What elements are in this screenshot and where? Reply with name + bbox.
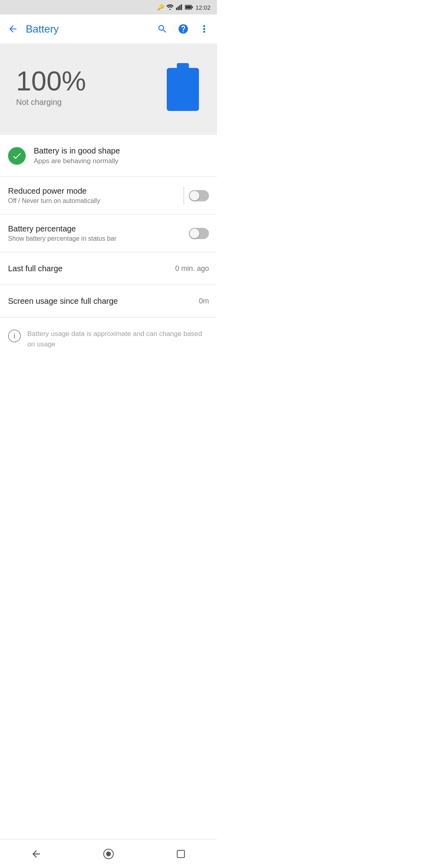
battery-percentage-toggle-container [189, 228, 209, 239]
toggle-knob-2 [190, 229, 199, 238]
settings-section: Reduced power mode Off / Never turn on a… [0, 177, 217, 252]
svg-rect-3 [181, 4, 182, 10]
battery-percentage-toggle[interactable] [189, 228, 209, 239]
status-time: 12:02 [195, 4, 211, 11]
svg-point-7 [203, 25, 205, 27]
info-section: Last full charge 0 min. ago Screen usage… [0, 252, 217, 317]
reduced-power-mode-subtitle: Off / Never turn on automatically [8, 197, 100, 205]
svg-rect-5 [186, 6, 191, 9]
screen-usage-value: 0m [199, 297, 209, 305]
svg-rect-0 [176, 8, 177, 10]
bottom-spacer [0, 360, 217, 393]
status-icons: 🔑 12:02 [157, 4, 211, 11]
more-options-button[interactable] [196, 21, 212, 37]
reduced-power-mode-title: Reduced power mode [8, 186, 100, 196]
battery-status-icon [185, 4, 193, 10]
help-button[interactable] [175, 21, 191, 37]
app-bar: Battery [0, 14, 217, 43]
page-title: Battery [26, 23, 149, 35]
good-shape-row: Battery is in good shape Apps are behavi… [0, 135, 217, 176]
info-icon: i [8, 330, 21, 342]
back-button[interactable] [5, 21, 21, 37]
svg-rect-10 [167, 68, 199, 111]
svg-rect-2 [179, 5, 180, 10]
last-full-charge-value: 0 min. ago [175, 264, 209, 273]
svg-rect-11 [177, 63, 189, 69]
last-full-charge-row: Last full charge 0 min. ago [0, 252, 217, 285]
battery-charging-status: Not charging [16, 98, 86, 107]
wifi-icon [166, 4, 174, 10]
last-full-charge-label: Last full charge [8, 264, 63, 273]
battery-percentage-subtitle: Show battery percentage in status bar [8, 235, 117, 242]
good-shape-title: Battery is in good shape [34, 146, 120, 156]
screen-usage-row: Screen usage since full charge 0m [0, 285, 217, 317]
battery-percentage-title: Battery percentage [8, 224, 117, 233]
svg-rect-6 [192, 6, 193, 8]
good-shape-text: Battery is in good shape Apps are behavi… [34, 146, 120, 165]
status-bar: 🔑 12:02 [0, 0, 217, 14]
search-button[interactable] [154, 21, 170, 37]
svg-point-8 [203, 28, 205, 30]
reduced-power-mode-label: Reduced power mode Off / Never turn on a… [8, 186, 100, 205]
good-shape-subtitle: Apps are behaving normally [34, 157, 120, 165]
battery-icon [165, 61, 201, 113]
battery-summary: 100% Not charging [0, 43, 217, 132]
key-icon: 🔑 [157, 4, 164, 10]
good-shape-icon [8, 147, 26, 165]
reduced-power-mode-row[interactable]: Reduced power mode Off / Never turn on a… [0, 177, 217, 214]
battery-percentage: 100% [16, 67, 86, 94]
toggle-knob-1 [190, 191, 199, 201]
reduced-power-mode-toggle[interactable] [189, 190, 209, 201]
svg-rect-1 [178, 6, 179, 10]
battery-percentage-label: Battery percentage Show battery percenta… [8, 224, 117, 242]
battery-info: 100% Not charging [16, 67, 86, 107]
reduced-power-toggle-container [184, 187, 209, 205]
section-divider-1 [0, 132, 217, 135]
screen-usage-label: Screen usage since full charge [8, 297, 118, 306]
footnote-text: Battery usage data is approximate and ca… [27, 329, 209, 349]
battery-percentage-row[interactable]: Battery percentage Show battery percenta… [0, 215, 217, 252]
footnote-row: i Battery usage data is approximate and … [0, 317, 217, 360]
toggle-divider-1 [184, 187, 184, 205]
signal-icon [176, 4, 182, 10]
svg-point-9 [203, 31, 205, 33]
